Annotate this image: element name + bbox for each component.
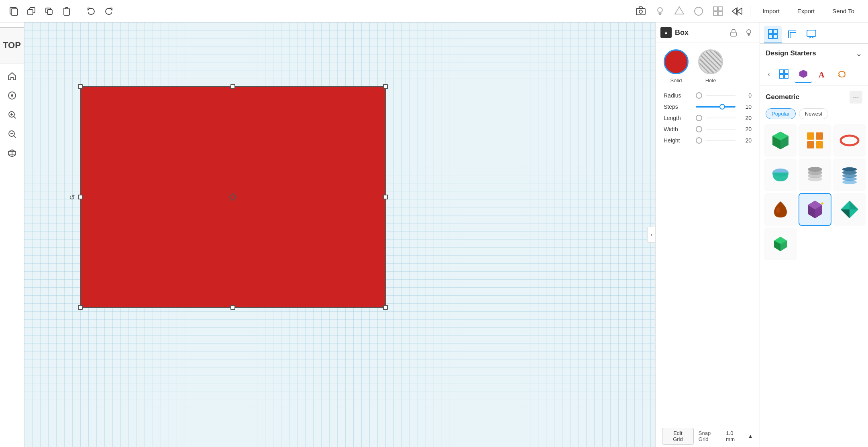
camera-icon-btn[interactable]: [633, 3, 649, 19]
geometric-header: Geometric ···: [760, 86, 868, 108]
svg-line-23: [14, 136, 16, 138]
svg-rect-14: [718, 12, 722, 16]
svg-rect-46: [816, 132, 823, 140]
chat-tab[interactable]: [803, 26, 820, 43]
shape-red-ring[interactable]: [833, 124, 866, 157]
panel-collapse-button[interactable]: ▲: [660, 27, 672, 38]
send-to-button[interactable]: Send To: [825, 5, 862, 17]
handle-top-left[interactable]: [78, 84, 83, 89]
svg-marker-68: [841, 209, 850, 218]
shape-icon-btn[interactable]: [671, 3, 687, 19]
steps-thumb[interactable]: [719, 104, 725, 110]
collapse-panel-arrow[interactable]: ›: [647, 227, 655, 243]
length-label: Length: [664, 115, 692, 121]
svg-rect-34: [807, 30, 816, 37]
design-starters-dropdown[interactable]: ⌄: [856, 49, 862, 58]
canvas-area[interactable]: ↺ ›: [24, 22, 655, 447]
filter-row: Popular Newest: [760, 108, 868, 124]
handle-center[interactable]: [229, 193, 237, 201]
design-starters-icons: ‹ A: [760, 63, 868, 86]
solid-swatch[interactable]: [664, 49, 689, 74]
flip-icon-btn[interactable]: [729, 3, 745, 19]
undo-button[interactable]: [84, 4, 98, 18]
newest-filter[interactable]: Newest: [799, 108, 828, 119]
box-object[interactable]: ↺: [80, 87, 385, 307]
import-button[interactable]: Import: [755, 5, 787, 17]
fit-view-button[interactable]: [4, 87, 20, 104]
svg-text:✦: ✦: [820, 200, 825, 207]
handle-mid-right[interactable]: [383, 195, 388, 199]
handle-top-mid[interactable]: [230, 84, 235, 89]
home-button[interactable]: [4, 68, 20, 84]
delete-button[interactable]: [59, 4, 74, 18]
radius-radio[interactable]: [696, 92, 702, 99]
length-row: Length 20: [656, 112, 760, 124]
shape-green-hex-small[interactable]: [764, 228, 797, 260]
corner-tab[interactable]: [783, 26, 801, 43]
svg-point-60: [776, 207, 780, 213]
radius-row: Radius 0: [656, 90, 760, 101]
ds-refresh-btn[interactable]: [833, 65, 851, 83]
handle-bot-right[interactable]: [383, 305, 388, 310]
zoom-in-button[interactable]: [4, 107, 20, 123]
bulb-icon-btn[interactable]: [652, 3, 668, 19]
3d-cube-button[interactable]: [4, 145, 20, 161]
grid-tab[interactable]: [764, 26, 782, 43]
hole-swatch[interactable]: [698, 49, 723, 74]
ds-grid-btn[interactable]: [775, 65, 793, 83]
redo-button[interactable]: [102, 4, 116, 18]
handle-bot-left[interactable]: [78, 305, 83, 310]
design-starters-header: Design Starters ⌄: [760, 44, 868, 63]
copy-button[interactable]: [24, 4, 39, 18]
shape-purple-hex[interactable]: ✦: [799, 193, 831, 226]
height-radio[interactable]: [696, 137, 702, 144]
shape-green-cube[interactable]: [764, 124, 797, 157]
hole-label: Hole: [705, 77, 716, 83]
ds-text-btn[interactable]: A: [814, 65, 831, 83]
edit-grid-button[interactable]: Edit Grid: [662, 428, 694, 445]
handle-top-right[interactable]: [383, 84, 388, 89]
grid-icon-btn[interactable]: [710, 3, 726, 19]
svg-point-8: [658, 8, 662, 12]
width-line: [706, 129, 736, 130]
svg-rect-36: [784, 70, 788, 73]
shape-brown-drop[interactable]: [764, 193, 797, 226]
geometric-more-button[interactable]: ···: [850, 91, 862, 104]
solid-label: Solid: [670, 77, 682, 83]
steps-value: 10: [740, 104, 752, 110]
shape-blue-spiral[interactable]: [833, 158, 866, 191]
svg-point-29: [747, 30, 751, 34]
shape-teal-bowl[interactable]: [764, 158, 797, 191]
handle-bot-mid[interactable]: [230, 305, 235, 310]
svg-rect-13: [713, 12, 717, 16]
shape-green-diamond[interactable]: [833, 193, 866, 226]
duplicate-button[interactable]: [42, 4, 56, 18]
shape-gold-blocks[interactable]: [799, 124, 831, 157]
width-radio[interactable]: [696, 126, 702, 132]
svg-rect-45: [807, 132, 814, 140]
export-button[interactable]: Export: [790, 5, 822, 17]
bulb-panel-btn[interactable]: [743, 26, 755, 39]
top-toolbar: Import Export Send To: [0, 0, 868, 22]
circle-shape-btn[interactable]: [691, 3, 707, 19]
lock-icon-btn[interactable]: [727, 26, 740, 39]
svg-point-54: [808, 177, 822, 181]
design-starters-title: Design Starters: [766, 49, 816, 57]
steps-row: Steps 10: [656, 101, 760, 112]
properties-panel: ▲ Box Solid Hole Radius 0: [655, 22, 760, 447]
shape-gray-coils[interactable]: [799, 158, 831, 191]
ds-prev-button[interactable]: ‹: [764, 69, 774, 79]
svg-rect-3: [28, 10, 33, 15]
handle-rotate[interactable]: ↺: [69, 193, 77, 201]
handle-mid-left[interactable]: [78, 195, 83, 199]
popular-filter[interactable]: Popular: [766, 108, 796, 119]
height-row: Height 20: [656, 135, 760, 146]
zoom-out-button[interactable]: [4, 126, 20, 142]
snap-dropdown-btn[interactable]: ▲: [748, 433, 753, 439]
new-window-button[interactable]: [6, 4, 21, 18]
height-value: 20: [740, 137, 752, 144]
ds-hex-btn[interactable]: [795, 65, 812, 83]
length-radio[interactable]: [696, 115, 702, 121]
radius-line: [706, 95, 736, 96]
svg-rect-48: [816, 141, 823, 148]
